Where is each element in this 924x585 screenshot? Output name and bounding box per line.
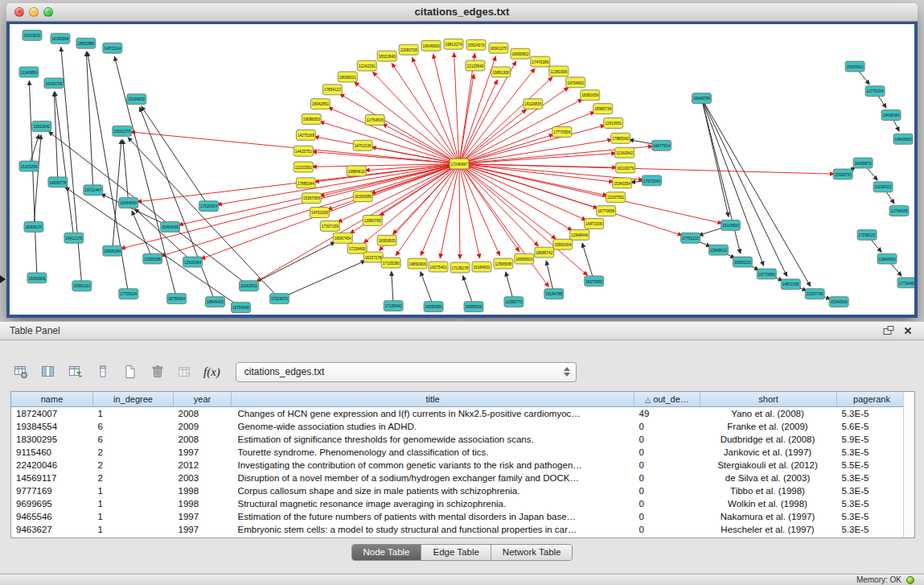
graph-node[interactable]: 19860906 <box>408 258 427 269</box>
graph-node[interactable]: 22125940 <box>466 60 485 71</box>
cell-name[interactable]: 9465546 <box>11 510 93 523</box>
table-row[interactable]: 1456911722003Disruption of a novel membe… <box>11 472 915 484</box>
graph-edge[interactable] <box>340 94 459 164</box>
graph-node[interactable]: 19721447 <box>84 185 103 196</box>
graph-edge[interactable] <box>86 52 92 191</box>
graph-node[interactable]: 15166832 <box>127 94 146 105</box>
table-row[interactable]: 1938455462009Genome-wide association stu… <box>11 420 915 433</box>
tab-network-table[interactable]: Network Table <box>491 545 573 560</box>
cell-pagerank[interactable]: 5.3E-5 <box>837 472 907 484</box>
graph-node[interactable]: 12775204 <box>865 86 885 97</box>
graph-node[interactable]: 19086053 <box>302 114 321 125</box>
single-column-icon[interactable] <box>92 360 114 383</box>
column-header-year[interactable]: year <box>174 392 232 407</box>
close-button[interactable]: ✕ <box>14 7 24 17</box>
cell-pagerank[interactable]: 5.5E-5 <box>837 459 907 472</box>
graph-edge[interactable] <box>328 108 459 164</box>
table-row[interactable]: 911546021997Tourette syndrome. Phenomeno… <box>11 446 915 459</box>
table-row[interactable]: 1830029562008Estimation of significance … <box>11 433 915 446</box>
cell-short[interactable]: Jankovic et al. (1997) <box>700 446 837 459</box>
graph-node[interactable]: 14872009 <box>585 218 604 229</box>
graph-node[interactable]: 18066021 <box>338 72 357 82</box>
cell-in_degree[interactable]: 6 <box>93 420 174 433</box>
function-builder-icon[interactable]: f(x) <box>201 360 223 383</box>
cell-name[interactable]: 14569117 <box>11 472 93 484</box>
cell-pagerank[interactable]: 5.3E-5 <box>837 407 907 421</box>
cell-name[interactable]: 9777169 <box>11 484 93 497</box>
graph-node[interactable]: 14275168 <box>296 130 315 140</box>
graph-node[interactable]: 16116500 <box>721 220 740 230</box>
graph-edge[interactable] <box>54 92 58 182</box>
graph-node[interactable]: 17307159 <box>320 220 339 231</box>
graph-node[interactable]: 14702106 <box>353 140 372 150</box>
graph-node[interactable]: 15105259 <box>19 161 39 171</box>
column-header-in_degree[interactable]: in_degree <box>93 392 174 407</box>
graph-node[interactable]: 18438160 <box>881 110 901 121</box>
graph-node[interactable]: 16344560 <box>119 198 138 208</box>
cell-year[interactable]: 1997 <box>174 510 232 523</box>
graph-node[interactable]: 13364500 <box>877 253 897 264</box>
graph-node[interactable]: 15524373 <box>466 39 486 50</box>
graph-edge[interactable] <box>61 47 82 286</box>
cell-short[interactable]: Tibbo et al. (1998) <box>700 484 837 497</box>
cell-year[interactable]: 2003 <box>174 472 232 484</box>
cell-year[interactable]: 1997 <box>174 523 232 536</box>
graph-node[interactable]: 18342851 <box>310 99 330 109</box>
graph-node[interactable]: 12920064 <box>183 257 203 267</box>
graph-node[interactable]: 16075950 <box>585 276 604 286</box>
graph-node[interactable]: 16959505 <box>377 235 396 245</box>
cell-title[interactable]: Disruption of a novel member of a sodium… <box>232 472 634 484</box>
cell-in_degree[interactable]: 6 <box>93 433 174 446</box>
cell-short[interactable]: Yano et al. (2008) <box>700 407 837 421</box>
cell-in_degree[interactable]: 2 <box>93 459 174 472</box>
graph-edge[interactable] <box>459 77 552 164</box>
graph-node[interactable]: 16755664 <box>167 294 187 304</box>
tab-node-table[interactable]: Node Table <box>352 545 422 560</box>
table-options-icon[interactable] <box>10 360 32 383</box>
graph-node[interactable]: 15340354 <box>613 178 632 188</box>
cell-name[interactable]: 9115460 <box>11 446 93 459</box>
import-table-icon[interactable] <box>174 360 196 383</box>
graph-node[interactable]: 12948610 <box>708 245 728 255</box>
cell-short[interactable]: Franke et al. (2009) <box>700 420 837 433</box>
cell-short[interactable]: Nakamura et al. (1997) <box>700 510 837 523</box>
graph-node[interactable]: 16955802 <box>511 48 530 59</box>
cell-short[interactable]: Dudbridge et al. (2008) <box>700 433 837 446</box>
tab-edge-table[interactable]: Edge Table <box>421 545 491 560</box>
graph-node[interactable]: 15950004 <box>553 239 573 249</box>
cell-out_de[interactable]: 0 <box>634 446 700 459</box>
cell-year[interactable]: 2008 <box>174 407 232 421</box>
graph-node[interactable]: 12948449 <box>570 229 589 240</box>
table-row[interactable]: 1872400712008Changes of HCN gene express… <box>11 407 915 421</box>
graph-node[interactable]: 17672040 <box>643 175 662 186</box>
graph-node[interactable]: 17240667 <box>450 159 469 169</box>
cell-in_degree[interactable]: 1 <box>93 484 174 497</box>
graph-node[interactable]: 14872014 <box>103 43 122 53</box>
graph-node[interactable]: 17135278 <box>450 262 470 273</box>
graph-edge[interactable] <box>459 164 682 236</box>
graph-node[interactable]: 16770890 <box>757 269 776 279</box>
graph-node[interactable]: 16648784 <box>692 93 711 104</box>
cell-name[interactable]: 9699695 <box>11 497 93 510</box>
graph-node[interactable]: 15938753 <box>833 169 852 179</box>
graph-edge[interactable] <box>123 140 129 203</box>
graph-edge[interactable] <box>459 164 614 183</box>
graph-node[interactable]: 22083728 <box>399 44 418 55</box>
graph-node[interactable]: 16116835 <box>524 99 543 109</box>
graph-node[interactable]: 12202591 <box>294 162 313 172</box>
graph-node[interactable]: 18306170 <box>24 221 43 232</box>
graph-node[interactable]: 15905412 <box>845 61 864 72</box>
graph-node[interactable]: 14872335 <box>781 279 800 290</box>
cell-year[interactable]: 1998 <box>174 484 232 497</box>
graph-edge[interactable] <box>421 164 459 256</box>
graph-edge[interactable] <box>217 164 459 205</box>
graph-node[interactable]: 16477914 <box>652 140 671 150</box>
edit-columns-icon[interactable] <box>64 360 87 383</box>
cell-pagerank[interactable]: 5.3E-5 <box>837 510 907 523</box>
graph-edge[interactable] <box>582 243 594 281</box>
graph-node[interactable]: 19412175 <box>64 233 84 243</box>
float-panel-icon[interactable] <box>882 325 895 336</box>
cell-pagerank[interactable]: 5.3E-5 <box>837 523 907 536</box>
graph-node[interactable]: 16649500 <box>421 40 441 51</box>
cell-title[interactable]: Structural magnetic resonance image aver… <box>232 497 634 510</box>
